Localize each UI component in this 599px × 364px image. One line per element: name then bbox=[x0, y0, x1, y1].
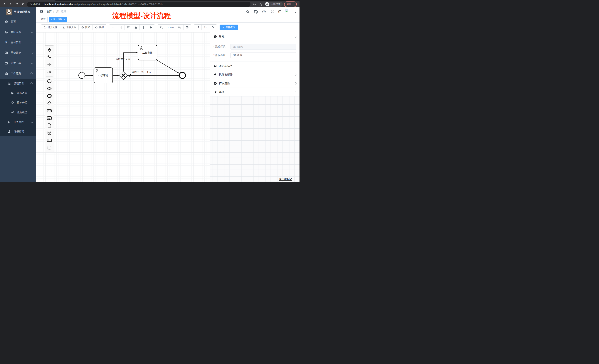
align-center-vertical-icon[interactable] bbox=[147, 25, 155, 30]
data-store-tool-icon[interactable] bbox=[45, 129, 54, 136]
reset-viewport-icon[interactable] bbox=[183, 25, 191, 30]
chevron-right-icon bbox=[294, 91, 297, 93]
end-event[interactable] bbox=[179, 72, 185, 78]
preview-button[interactable]: 预览 bbox=[79, 25, 92, 30]
align-bottom-icon[interactable] bbox=[132, 25, 140, 30]
connect-tool-icon[interactable] bbox=[45, 68, 54, 76]
section-general[interactable]: 常规 bbox=[210, 32, 300, 41]
align-center-horizontal-icon[interactable] bbox=[140, 25, 147, 30]
help-icon[interactable]: ? bbox=[262, 10, 266, 14]
toolbox-icon bbox=[4, 61, 8, 65]
end-event-tool-icon[interactable] bbox=[45, 92, 54, 100]
flow-task2-to-end[interactable] bbox=[157, 60, 179, 73]
bpmn-canvas[interactable]: 请假大于 3 天 请假小于等于 1 天 一级审批 bbox=[36, 32, 300, 182]
browser-toolbar: 不安全 dashboard.yudao.iocoder.cn/bpm/manag… bbox=[0, 1, 300, 7]
simulate-button[interactable]: 模拟 bbox=[92, 25, 106, 30]
user-task-tool-icon[interactable] bbox=[45, 107, 54, 114]
open-file-button[interactable]: 打开文件 bbox=[41, 25, 60, 30]
zoom-level: 100% bbox=[165, 25, 176, 30]
align-button-group bbox=[109, 24, 155, 30]
group-tool-icon[interactable] bbox=[45, 144, 54, 151]
sidebar-item-infra[interactable]: 基础设施 bbox=[0, 48, 36, 58]
align-left-icon[interactable] bbox=[109, 25, 117, 30]
start-event-tool-icon[interactable] bbox=[45, 77, 54, 85]
user-task-level1[interactable]: 一级审批 bbox=[94, 68, 113, 83]
bpmn-io-watermark[interactable]: BPMN.iO bbox=[279, 177, 292, 181]
download-file-button[interactable]: 下载文件 bbox=[60, 25, 79, 30]
sidebar-item-process-form[interactable]: 流程表单 bbox=[0, 88, 36, 98]
chevron-down-icon bbox=[31, 41, 33, 44]
chevron-right-icon bbox=[294, 74, 297, 76]
sidebar-item-process-mgmt[interactable]: 流程管理 bbox=[0, 79, 36, 88]
intermediate-event-tool-icon[interactable] bbox=[45, 85, 54, 92]
align-top-icon[interactable] bbox=[124, 25, 132, 30]
process-name-input[interactable] bbox=[230, 52, 296, 58]
send-icon bbox=[11, 110, 14, 114]
sidebar-item-user-group[interactable]: 用户分组 bbox=[0, 98, 36, 108]
security-indicator[interactable]: 不安全 bbox=[30, 3, 41, 6]
browser-chrome: 不安全 dashboard.yudao.iocoder.cn/bpm/manag… bbox=[0, 0, 300, 7]
chevron-right-icon bbox=[294, 65, 297, 67]
user-task-level2[interactable]: 二级审批 bbox=[138, 45, 157, 60]
url-bar[interactable]: 不安全 dashboard.yudao.iocoder.cn/bpm/manag… bbox=[27, 2, 250, 7]
tag-design-active[interactable]: ● 设计流程 × bbox=[49, 17, 67, 22]
align-right-icon[interactable] bbox=[117, 25, 124, 30]
chevron-down-icon bbox=[31, 51, 33, 54]
breadcrumb-home[interactable]: 首页 bbox=[46, 10, 52, 13]
flow-label-gt3[interactable]: 请假大于 3 天 bbox=[116, 58, 130, 60]
reload-icon[interactable] bbox=[14, 2, 19, 7]
plus-icon: + bbox=[222, 26, 224, 29]
subprocess-tool-icon[interactable] bbox=[45, 114, 54, 122]
space-tool-icon[interactable] bbox=[45, 61, 54, 68]
section-other[interactable]: 其他 bbox=[210, 88, 300, 96]
avatar[interactable] bbox=[285, 9, 292, 16]
sidebar-item-leave-query[interactable]: 请假查询 bbox=[0, 127, 36, 136]
zoom-in-icon[interactable] bbox=[176, 25, 183, 30]
section-extended-attributes[interactable]: 扩展属性 bbox=[210, 79, 300, 88]
search-icon[interactable] bbox=[246, 10, 250, 14]
fullscreen-icon[interactable] bbox=[270, 10, 274, 14]
font-size-icon[interactable]: tT bbox=[278, 10, 281, 13]
gateway-tool-icon[interactable] bbox=[45, 100, 54, 107]
hand-tool-icon[interactable] bbox=[45, 46, 54, 54]
app-title: 芋道管理系统 bbox=[14, 10, 31, 14]
process-key-input[interactable] bbox=[230, 44, 296, 50]
exclusive-gateway[interactable] bbox=[119, 71, 128, 80]
save-model-button[interactable]: + 保存模型 bbox=[220, 25, 238, 30]
participant-pool-tool-icon[interactable] bbox=[45, 136, 54, 144]
logo-image bbox=[6, 9, 12, 15]
back-icon[interactable] bbox=[2, 2, 7, 7]
flow-label-le1[interactable]: 请假小于等于 1 天 bbox=[132, 71, 151, 73]
undo-icon[interactable]: ↺ bbox=[194, 25, 202, 30]
github-icon[interactable] bbox=[254, 10, 258, 14]
home-icon[interactable] bbox=[21, 2, 26, 7]
sidebar-item-payment[interactable]: ¥ 支付管理 bbox=[0, 37, 36, 48]
sidebar-item-task-mgmt[interactable]: 任务管理 bbox=[0, 117, 36, 127]
key-icon[interactable] bbox=[252, 2, 257, 7]
lasso-tool-icon[interactable] bbox=[45, 54, 54, 61]
section-execution-listener[interactable]: 执行监听器 bbox=[210, 70, 300, 79]
redo-icon[interactable]: ↻ bbox=[202, 25, 209, 30]
start-event[interactable] bbox=[79, 72, 85, 78]
bookmark-star-icon[interactable] bbox=[258, 2, 263, 7]
forward-icon[interactable] bbox=[8, 2, 13, 7]
tag-close-icon[interactable]: × bbox=[64, 18, 65, 21]
sidebar-collapse-icon[interactable] bbox=[39, 10, 44, 14]
flow-gateway-to-task2[interactable] bbox=[123, 53, 137, 71]
sidebar-item-workflow[interactable]: 工作流程 bbox=[0, 68, 36, 79]
avatar-caret-icon[interactable]: ▾ bbox=[295, 11, 296, 14]
section-message-signal[interactable]: 消息与信号 bbox=[210, 61, 300, 70]
zoom-out-icon[interactable] bbox=[158, 25, 165, 30]
sidebar-item-process-model[interactable]: 流程模型 bbox=[0, 108, 36, 117]
data-object-tool-icon[interactable] bbox=[45, 122, 54, 129]
sidebar-item-home[interactable]: 首页 bbox=[0, 17, 36, 27]
bell-icon bbox=[213, 73, 217, 76]
update-button[interactable]: 更新 ⋮ bbox=[284, 1, 297, 7]
browser-menu-icon[interactable]: ⋮ bbox=[293, 3, 295, 6]
restart-icon[interactable]: ⟳ bbox=[209, 25, 217, 30]
sidebar-item-devtools[interactable]: 研发工具 bbox=[0, 58, 36, 68]
list-icon bbox=[7, 82, 11, 85]
tag-home[interactable]: 首页 bbox=[39, 17, 48, 22]
app-logo[interactable]: 芋道管理系统 bbox=[0, 7, 36, 17]
sidebar-item-system[interactable]: 系统管理 bbox=[0, 27, 36, 37]
